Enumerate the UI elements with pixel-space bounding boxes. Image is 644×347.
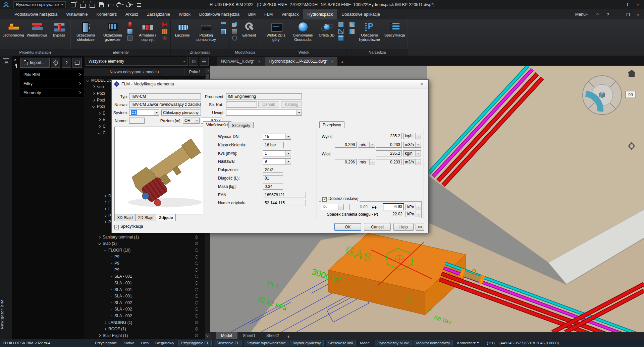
menu-item-widok[interactable]: Widok	[174, 9, 195, 19]
status-toggle-orto[interactable]: Orto	[139, 340, 151, 346]
menu-item-zarz-dzanie[interactable]: Zarządzanie	[143, 9, 174, 19]
menu-item-arkusz[interactable]: Arkusz	[121, 9, 143, 19]
ribbon-button-urz-dzenia-ch-odnicze[interactable]: Urządzenia chłodnicze	[72, 19, 99, 42]
producent-field[interactable]: IMI Engineering	[226, 93, 302, 99]
import-button[interactable]: Import...	[20, 58, 50, 68]
print-icon-button[interactable]	[107, 1, 115, 8]
menu-item-podstawowe-narz-dzia[interactable]: Podstawowe narzędzia	[10, 9, 62, 19]
chevron-right-icon[interactable]	[92, 92, 95, 95]
sidebar-item-filtry[interactable]: Filtry	[20, 79, 84, 88]
chevron-right-icon[interactable]	[98, 334, 101, 337]
visibility-dot[interactable]	[195, 281, 198, 285]
tab-szczegoly[interactable]: Szczegóły	[228, 122, 254, 128]
typ-field[interactable]: TBV-CM	[129, 93, 201, 99]
tree-row[interactable]: Slab (3)	[84, 240, 205, 247]
ribbon-small-boiler-button[interactable]	[127, 29, 132, 34]
menu-item-dodatkowe-aplikacje[interactable]: Dodatkowe aplikacje	[337, 9, 384, 19]
close-tab-icon[interactable]	[331, 59, 334, 64]
status-toggle-biegunowy[interactable]: Biegunowy	[153, 340, 176, 346]
property-field-klasa-ci-nienia[interactable]: 16 bar	[263, 142, 284, 148]
ribbon-small-radiator-button[interactable]	[162, 29, 167, 34]
uwagi-combo[interactable]	[226, 110, 302, 116]
property-field-ean[interactable]: 169678121	[263, 192, 306, 198]
wlot-vol-unit-combo[interactable]: m3/h	[403, 159, 421, 165]
pe-unit-combo[interactable]: kPa	[406, 204, 421, 210]
slide-tab-zdj-cie[interactable]: Zdjęcie	[156, 214, 176, 221]
ribbon-button-widok-2d-z-g-ry[interactable]: Widok 2D z góry	[263, 19, 289, 42]
ribbon-button-czenie[interactable]: Łączenie	[172, 19, 193, 38]
chevron-down-icon[interactable]	[104, 249, 106, 252]
status-toggle-model[interactable]: Model	[358, 340, 373, 346]
property-combo-kvs-m-h[interactable]: 1	[263, 150, 291, 156]
system-combo[interactable]: C1	[129, 110, 159, 116]
chevron-right-icon[interactable]	[104, 221, 106, 223]
pe-value-field[interactable]: 6.93	[383, 203, 404, 210]
ribbon-small-valve-button[interactable]	[162, 22, 167, 27]
menu-item-komentarz[interactable]: Komentarz	[92, 9, 121, 19]
open-file-icon-button[interactable]	[78, 1, 87, 8]
katalog-button[interactable]: Katalog	[281, 101, 302, 108]
pin-icon[interactable]	[15, 64, 18, 68]
visibility-dot[interactable]	[195, 334, 198, 337]
tree-row[interactable]: SLA - 001	[84, 273, 205, 280]
cancel-button[interactable]: Cancel	[364, 223, 391, 231]
visibility-dot[interactable]	[195, 235, 198, 239]
chevron-right-icon[interactable]	[98, 236, 101, 238]
visibility-dot[interactable]	[195, 288, 198, 291]
doc-tab-noname-0-dwg[interactable]: NONAME_0.dwg*	[217, 57, 265, 66]
ribbon-button-wielorurow[interactable]: Wielorurową	[25, 19, 49, 38]
dobierz-nastawe-checkbox[interactable]: Dobierz nastawę	[321, 196, 360, 202]
status-toggle-szybkie-wprowadzanie[interactable]: Szybkie wprowadzanie	[244, 340, 288, 346]
tree-row[interactable]: P9	[84, 254, 205, 260]
chevron-down-icon[interactable]	[98, 242, 101, 245]
ribbon-button-orbita-3d[interactable]: Orbita 3D	[316, 19, 337, 38]
workspace-combo[interactable]: Rysowanie i opisywanie	[13, 1, 66, 8]
scroll-up-button[interactable]	[205, 68, 210, 73]
chevron-right-icon[interactable]	[92, 98, 95, 101]
ribbon-button-jednorurow[interactable]: Jednorurową	[1, 19, 25, 38]
chevron-down-icon[interactable]	[92, 105, 95, 108]
ribbon-button-element[interactable]: Element	[239, 19, 260, 38]
status-toggle-szeroko-linii[interactable]: Szerokość linii	[326, 340, 356, 346]
ribbon-small-pipe-tool-button[interactable]	[221, 29, 226, 34]
ribbon-small-section-alt-button[interactable]	[221, 22, 226, 27]
visibility-dot[interactable]	[195, 255, 198, 259]
kv-combo[interactable]: Kv	[321, 204, 344, 210]
status-toggle-siatka[interactable]: Siatka	[121, 340, 137, 346]
spec-checkbox[interactable]: Specyfikacja	[114, 224, 143, 229]
visibility-dot[interactable]	[195, 294, 198, 298]
tree-row[interactable]: SLA - 002	[84, 313, 205, 319]
tab-przeplywy[interactable]: Przepływy	[319, 121, 344, 128]
tree-row[interactable]: LANDING (1)	[84, 319, 205, 326]
dialog-close-button[interactable]	[417, 81, 426, 87]
wlot-vel-unit-combo[interactable]: m/s	[358, 159, 375, 165]
status-toggle-przyci-ganie-el[interactable]: Przyciąganie EL	[178, 340, 212, 346]
visibility-dot[interactable]	[195, 275, 198, 278]
ribbon-small-pump-button[interactable]	[162, 36, 167, 41]
filter-elements-combo[interactable]: Wszystkie elementy	[86, 57, 188, 66]
wylot-vel-unit-combo[interactable]: m/s	[358, 142, 375, 148]
doc-tab-hydronicpack-p-220511-dwg[interactable]: Hydronicpack ...P-220511.dwg*	[265, 57, 338, 66]
ribbon-small-spray-button[interactable]	[232, 22, 237, 27]
ribbon-small-pipe-settings-button[interactable]	[350, 29, 355, 34]
chevron-right-icon[interactable]	[104, 195, 106, 197]
status-toggle-dynamiczny-nuw[interactable]: Dynamiczny NUW	[375, 340, 411, 346]
panel-close-icon[interactable]: ×	[14, 58, 16, 62]
ribbon-button-cieniowanie-gouraud-a[interactable]: Cieniowanie Gouraud'a	[289, 19, 316, 42]
save-icon-button[interactable]	[97, 1, 105, 8]
property-combo-wymiar-dn[interactable]: 15	[263, 134, 291, 140]
tree-structure-icon[interactable]	[3, 58, 9, 64]
pt-unit-combo[interactable]: kPa	[406, 211, 421, 217]
visibility-dot[interactable]	[195, 301, 198, 304]
mdi-minimize-button[interactable]	[613, 11, 623, 18]
property-field-d-ugo-l[interactable]: 81	[263, 175, 283, 181]
status-toggle-komentarz[interactable]: Komentarz	[455, 340, 482, 346]
sheet-tab-sheet1[interactable]: Sheet1	[237, 332, 261, 339]
new-tab-button[interactable]: +	[338, 58, 346, 66]
chevron-right-icon[interactable]	[98, 118, 101, 121]
ribbon-small-cube-solid-button[interactable]	[338, 36, 343, 41]
close-button[interactable]	[633, 1, 643, 8]
property-field-po-czenie[interactable]: G1/2	[263, 167, 283, 173]
menu-item-wstawianie[interactable]: Wstawianie	[62, 9, 92, 19]
visibility-dot[interactable]	[195, 327, 198, 331]
